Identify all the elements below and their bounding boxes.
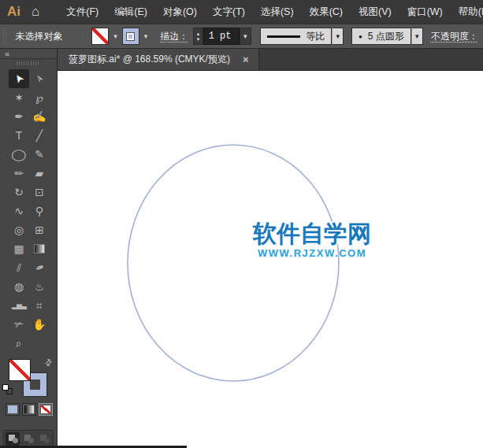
- stepper-down-icon[interactable]: ▾: [197, 36, 200, 42]
- gradient-tool-icon: [34, 244, 45, 254]
- variable-width-profile-select[interactable]: 等比: [260, 28, 332, 45]
- tool-lasso[interactable]: ℘: [29, 88, 50, 107]
- color-type-buttons: [6, 403, 53, 416]
- tool-magic-wand[interactable]: ✶: [9, 88, 29, 107]
- stroke-weight-stepper[interactable]: ▴ ▾: [193, 28, 202, 45]
- menu-item-4[interactable]: 选择(S): [253, 0, 302, 24]
- home-icon[interactable]: ⌂: [28, 4, 49, 20]
- close-tab-icon[interactable]: ×: [241, 54, 251, 65]
- fill-stroke-block: ⇄: [0, 356, 57, 424]
- tool-eyedropper[interactable]: ✒: [29, 258, 50, 277]
- default-fill-stroke-icon[interactable]: [2, 384, 13, 395]
- menu-item-3[interactable]: 文字(T): [205, 0, 253, 24]
- selection-status: 未选择对象: [16, 30, 63, 43]
- tool-curvature[interactable]: ✍: [29, 107, 50, 126]
- color-button[interactable]: [6, 403, 20, 416]
- document-tab-bar: 菠萝图标.ai* @ 168.59% (CMYK/预览) ×: [58, 49, 483, 71]
- menu-item-6[interactable]: 视图(V): [351, 0, 399, 24]
- tool-scale[interactable]: ⊡: [29, 183, 50, 202]
- profile-dropdown-chevron-icon[interactable]: ▾: [332, 28, 344, 45]
- symbol-sprayer-tool-icon: ♨: [35, 280, 45, 293]
- draw-inside-button: [37, 432, 51, 446]
- stroke-weight-label[interactable]: 描边：: [160, 30, 188, 43]
- width-tool-icon: ∿: [14, 205, 24, 217]
- fill-color-dropdown-chevron-icon[interactable]: ▾: [110, 31, 121, 42]
- document-tab-title: 菠萝图标.ai* @ 168.59% (CMYK/预览): [69, 53, 230, 66]
- tools-panel-header: «: [0, 49, 57, 59]
- stroke-color-swatch[interactable]: [122, 28, 139, 45]
- brush-preview-dot-icon: ●: [359, 33, 362, 40]
- tool-selection[interactable]: ➤: [9, 69, 29, 88]
- tool-line-segment[interactable]: ╱: [29, 126, 50, 145]
- tool-puppet-warp[interactable]: ⚲: [29, 202, 50, 220]
- menu-item-5[interactable]: 效果(C): [302, 0, 351, 24]
- tool-eraser[interactable]: ▰: [29, 164, 50, 183]
- knife-tool-icon: ⫽: [17, 261, 21, 275]
- tool-rotate[interactable]: ↻: [9, 183, 29, 202]
- gradient-button[interactable]: [22, 403, 36, 416]
- menu-item-8[interactable]: 帮助(H): [451, 0, 483, 24]
- ellipse-shape[interactable]: [58, 71, 483, 448]
- ellipse-tool-icon: ◯: [11, 148, 27, 161]
- slice-tool-icon: ✃: [14, 318, 24, 331]
- draw-normal-icon: [9, 435, 17, 442]
- menu-item-7[interactable]: 窗口(W): [399, 0, 451, 24]
- profile-label: 等比: [306, 30, 325, 43]
- zoom-tool-icon: ⌕: [16, 337, 22, 350]
- artboard-canvas[interactable]: 软件自学网 WWW.RJZXW.COM: [58, 71, 483, 448]
- tool-artboard[interactable]: ⌗: [29, 296, 50, 315]
- tool-pen[interactable]: ✒: [9, 107, 29, 126]
- draw-normal-button[interactable]: [6, 432, 20, 446]
- tool-width[interactable]: ∿: [9, 202, 29, 220]
- stroke-weight-input[interactable]: 1 pt: [203, 28, 240, 45]
- swap-fill-stroke-icon[interactable]: ⇄: [43, 357, 55, 369]
- tool-direct-selection[interactable]: ➢: [29, 69, 50, 88]
- tool-shape-builder[interactable]: ◎: [9, 220, 29, 239]
- brush-label: 5 点圆形: [368, 30, 404, 43]
- fill-color-swatch[interactable]: [91, 28, 109, 45]
- tool-paintbrush[interactable]: ✎: [29, 145, 50, 164]
- eraser-tool-icon: ▰: [35, 167, 44, 180]
- stroke-weight-dropdown-chevron-icon[interactable]: ▾: [240, 28, 251, 45]
- none-button[interactable]: [39, 403, 53, 416]
- tools-panel-grip[interactable]: [0, 59, 57, 68]
- tool-pencil[interactable]: ✏: [9, 164, 29, 183]
- opacity-label[interactable]: 不透明度：: [431, 30, 478, 43]
- tool-type[interactable]: T: [9, 126, 29, 145]
- control-bar-grip[interactable]: [2, 28, 8, 45]
- brush-definition-select[interactable]: ● 5 点圆形: [351, 28, 411, 45]
- brush-dropdown-chevron-icon[interactable]: ▾: [411, 28, 423, 45]
- draw-behind-button[interactable]: [21, 432, 35, 446]
- menu-item-0[interactable]: 文件(F): [58, 0, 106, 24]
- tool-hand[interactable]: ✋: [29, 315, 50, 334]
- tool-slice[interactable]: ✃: [9, 315, 29, 334]
- collapse-panel-icon[interactable]: «: [5, 49, 9, 58]
- menu-items: 文件(F)编辑(E)对象(O)文字(T)选择(S)效果(C)视图(V)窗口(W)…: [58, 0, 483, 24]
- fill-indicator[interactable]: [9, 359, 31, 381]
- artboard-tool-icon: ⌗: [36, 299, 43, 313]
- tool-mesh[interactable]: ▦: [9, 239, 29, 258]
- perspective-grid-tool-icon: ⊞: [35, 224, 44, 236]
- stepper-up-icon[interactable]: ▴: [197, 31, 200, 36]
- menu-item-1[interactable]: 编辑(E): [106, 0, 155, 24]
- tools-grid: ➤➢✶℘✒✍T╱◯✎✏▰↻⊡∿⚲◎⊞▦⫽✒◍♨▂▅▃⌗✃✋⌕: [0, 68, 57, 353]
- stroke-color-dropdown-chevron-icon[interactable]: ▾: [141, 31, 151, 42]
- tool-symbol-sprayer[interactable]: ♨: [29, 277, 50, 296]
- tool-zoom[interactable]: ⌕: [9, 334, 29, 353]
- stroke-profile-preview: [267, 35, 300, 38]
- menu-item-2[interactable]: 对象(O): [155, 0, 205, 24]
- document-tab[interactable]: 菠萝图标.ai* @ 168.59% (CMYK/预览) ×: [58, 49, 259, 70]
- tool-blend[interactable]: ◍: [9, 277, 29, 296]
- tool-knife[interactable]: ⫽: [9, 258, 29, 277]
- scale-tool-icon: ⊡: [35, 186, 44, 198]
- direct-selection-tool-icon: ➢: [32, 72, 47, 87]
- tool-column-graph[interactable]: ▂▅▃: [9, 296, 29, 315]
- tool-perspective-grid[interactable]: ⊞: [29, 220, 50, 239]
- tool-gradient[interactable]: [29, 239, 50, 258]
- shape-builder-tool-icon: ◎: [14, 224, 24, 236]
- rotate-tool-icon: ↻: [14, 186, 24, 198]
- menu-bar: Ai ⌂ 文件(F)编辑(E)对象(O)文字(T)选择(S)效果(C)视图(V)…: [0, 0, 483, 24]
- paintbrush-tool-icon: ✎: [35, 148, 44, 161]
- tool-ellipse[interactable]: ◯: [9, 145, 29, 164]
- document-area: 菠萝图标.ai* @ 168.59% (CMYK/预览) × 软件自学网 WWW…: [58, 49, 483, 448]
